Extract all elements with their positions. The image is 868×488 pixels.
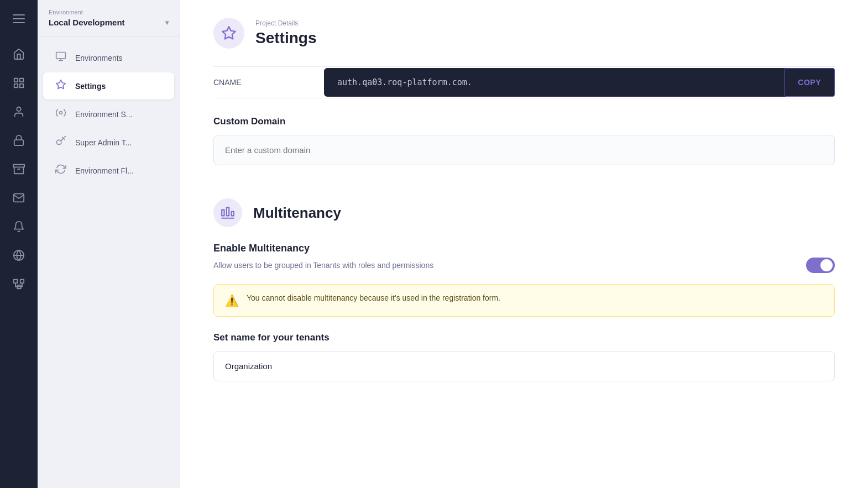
tenant-name-input[interactable] xyxy=(213,351,835,381)
env-selector[interactable]: Local Development ▾ xyxy=(49,18,169,27)
sidebar-item-settings[interactable]: Settings xyxy=(43,72,174,99)
page-header-icon xyxy=(213,18,244,49)
settings-icon xyxy=(54,79,67,93)
refresh-icon xyxy=(54,164,67,177)
box-icon[interactable] xyxy=(7,157,31,181)
chevron-down-icon: ▾ xyxy=(165,19,169,27)
custom-domain-title: Custom Domain xyxy=(213,116,835,127)
cname-row: CNAME auth.qa03.roq-platform.com. COPY xyxy=(213,66,835,98)
sidebar-item-label: Settings xyxy=(75,82,106,91)
warning-text: You cannot disable multitenancy because … xyxy=(247,293,500,302)
multitenancy-header: Multitenancy xyxy=(213,198,835,227)
enable-multitenancy-desc: Allow users to be grouped in Tenants wit… xyxy=(213,261,433,270)
svg-rect-17 xyxy=(56,53,66,59)
page-header-text: Project Details Settings xyxy=(255,19,316,47)
env-settings-icon xyxy=(54,107,67,121)
sidebar-item-admin-token[interactable]: Super Admin T... xyxy=(43,129,174,156)
svg-rect-3 xyxy=(20,84,23,87)
page-header: Project Details Settings xyxy=(213,18,835,49)
sidebar-header: Environment Local Development ▾ xyxy=(38,0,180,36)
svg-rect-28 xyxy=(227,207,229,216)
multitenancy-icon xyxy=(213,198,242,227)
multitenancy-title: Multitenancy xyxy=(253,204,341,222)
warning-icon: ⚠️ xyxy=(225,294,239,307)
svg-rect-2 xyxy=(14,84,18,87)
copy-button[interactable]: COPY xyxy=(784,68,835,97)
sidebar-item-env-settings[interactable]: Environment S... xyxy=(43,101,174,128)
mail-icon[interactable] xyxy=(7,186,31,210)
svg-rect-5 xyxy=(14,140,24,145)
svg-line-25 xyxy=(62,137,64,138)
breadcrumb: Project Details xyxy=(255,19,316,27)
svg-point-4 xyxy=(17,107,20,111)
bell-icon[interactable] xyxy=(7,214,31,239)
menu-toggle[interactable] xyxy=(9,9,29,29)
sidebar-item-label: Environments xyxy=(75,54,123,62)
lock-icon[interactable] xyxy=(7,128,31,153)
sidebar-item-environments[interactable]: Environments xyxy=(43,44,174,71)
svg-rect-1 xyxy=(20,78,23,82)
key-icon xyxy=(54,135,67,149)
tenant-name-label: Set name for your tenants xyxy=(213,332,835,343)
multitenancy-section: Multitenancy Enable Multitenancy Allow u… xyxy=(213,198,835,381)
toggle-knob xyxy=(820,259,833,271)
main-content: Project Details Settings CNAME auth.qa03… xyxy=(180,0,868,488)
svg-rect-27 xyxy=(222,210,224,216)
user-icon[interactable] xyxy=(7,99,31,124)
multitenancy-toggle[interactable] xyxy=(806,258,835,273)
svg-marker-26 xyxy=(222,27,235,39)
home-icon[interactable] xyxy=(7,42,31,66)
cname-label: CNAME xyxy=(213,67,324,98)
diagram-icon[interactable] xyxy=(7,272,31,296)
custom-domain-section: Custom Domain xyxy=(213,116,835,183)
sidebar-item-label: Environment Fl... xyxy=(75,166,134,175)
cname-value-box: auth.qa03.roq-platform.com. COPY xyxy=(324,68,835,97)
svg-rect-11 xyxy=(20,280,24,283)
translate-icon[interactable] xyxy=(7,243,31,267)
sidebar: Environment Local Development ▾ Environm… xyxy=(38,0,180,488)
sidebar-item-env-flags[interactable]: Environment Fl... xyxy=(43,157,174,184)
svg-rect-0 xyxy=(14,78,18,82)
svg-rect-10 xyxy=(14,280,17,283)
enable-desc-wrap: Allow users to be grouped in Tenants wit… xyxy=(213,258,835,273)
svg-line-24 xyxy=(64,139,65,140)
enable-multitenancy-row: Enable Multitenancy Allow users to be gr… xyxy=(213,243,835,273)
sidebar-item-label: Environment S... xyxy=(75,110,133,119)
svg-point-21 xyxy=(60,112,62,114)
sidebar-nav: Environments Settings Environment S... S… xyxy=(38,36,180,488)
custom-domain-input[interactable] xyxy=(213,135,835,165)
warning-box: ⚠️ You cannot disable multitenancy becau… xyxy=(213,284,835,317)
svg-marker-20 xyxy=(56,80,66,89)
page-title: Settings xyxy=(255,29,316,47)
svg-point-22 xyxy=(57,140,61,144)
icon-bar xyxy=(0,0,38,488)
env-name: Local Development xyxy=(49,18,125,27)
sidebar-item-label: Super Admin T... xyxy=(75,138,132,147)
environments-icon xyxy=(54,51,67,65)
svg-rect-6 xyxy=(13,165,24,167)
enable-multitenancy-title: Enable Multitenancy xyxy=(213,243,835,254)
list-icon[interactable] xyxy=(7,71,31,95)
svg-rect-29 xyxy=(232,212,234,216)
env-label: Environment xyxy=(49,9,169,15)
cname-value: auth.qa03.roq-platform.com. xyxy=(337,77,472,87)
